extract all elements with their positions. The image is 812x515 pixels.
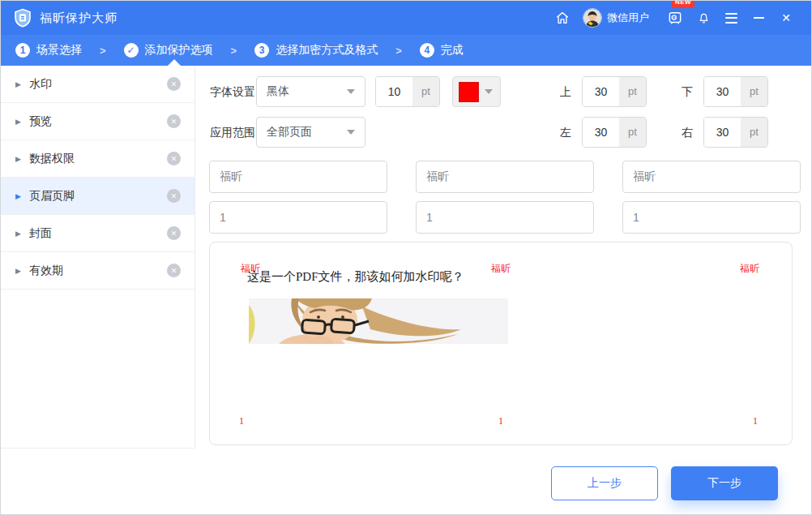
title-bar: 福昕保护大师 微信用户 bbox=[1, 1, 811, 35]
step-1-number: 1 bbox=[15, 43, 30, 58]
remove-icon[interactable]: ✕ bbox=[167, 226, 181, 240]
expand-arrow-icon: ▶ bbox=[15, 230, 21, 238]
font-size-input[interactable]: 10 pt bbox=[375, 76, 440, 107]
margin-left-input[interactable]: 30 pt bbox=[582, 117, 647, 148]
current-step-caret bbox=[168, 59, 181, 66]
header-right-input[interactable] bbox=[622, 161, 801, 193]
step-4-number: 4 bbox=[420, 43, 434, 58]
previous-step-button[interactable]: 上一步 bbox=[551, 466, 658, 500]
step-bar: 1 场景选择 > ✓ 添加保护选项 > 3 选择加密方式及格式 > 4 完成 bbox=[1, 35, 811, 66]
remove-icon[interactable]: ✕ bbox=[167, 264, 181, 277]
margin-top-label: 上 bbox=[560, 76, 571, 107]
sidebar-item-cover[interactable]: ▶ 封面 ✕ bbox=[1, 215, 194, 252]
close-icon: ✕ bbox=[781, 12, 791, 24]
footer-left-input[interactable] bbox=[209, 201, 387, 234]
preview-photo bbox=[249, 298, 508, 344]
chevron-right-icon: > bbox=[231, 45, 237, 57]
margin-right-input[interactable]: 30 pt bbox=[703, 117, 768, 148]
expand-arrow-icon: ▶ bbox=[15, 192, 21, 200]
remove-icon[interactable]: ✕ bbox=[167, 152, 181, 165]
font-settings-label: 字体设置 bbox=[210, 76, 255, 107]
remove-icon[interactable]: ✕ bbox=[167, 114, 181, 128]
header-center-input[interactable] bbox=[416, 161, 594, 193]
chevron-down-icon bbox=[347, 130, 355, 135]
scope-select[interactable]: 全部页面 bbox=[256, 117, 365, 148]
expand-arrow-icon: ▶ bbox=[15, 80, 21, 88]
font-family-select[interactable]: 黑体 bbox=[256, 76, 365, 107]
sidebar-item-preview[interactable]: ▶ 预览 ✕ bbox=[1, 103, 194, 140]
margin-bottom-input[interactable]: 30 pt bbox=[703, 76, 768, 107]
chevron-down-icon bbox=[485, 89, 493, 94]
minimize-button[interactable] bbox=[745, 6, 772, 30]
step-4[interactable]: 4 完成 bbox=[420, 43, 464, 58]
margin-left-label: 左 bbox=[560, 117, 571, 148]
step-3[interactable]: 3 选择加密方式及格式 bbox=[254, 43, 378, 58]
user-name[interactable]: 微信用户 bbox=[607, 11, 649, 25]
home-icon[interactable] bbox=[549, 6, 576, 30]
font-color-picker[interactable] bbox=[452, 76, 501, 107]
preview-body-text: 这是一个PDF文件，那该如何加水印呢？ bbox=[247, 269, 464, 285]
chevron-down-icon bbox=[347, 89, 355, 94]
preview-footer-center: 1 bbox=[210, 415, 792, 427]
chevron-right-icon: > bbox=[100, 45, 106, 57]
sidebar-item-header-footer[interactable]: ▶ 页眉页脚 ✕ bbox=[1, 178, 194, 215]
step-1[interactable]: 1 场景选择 bbox=[15, 43, 82, 58]
expand-arrow-icon: ▶ bbox=[15, 155, 21, 163]
sidebar-item-validity[interactable]: ▶ 有效期 ✕ bbox=[1, 252, 194, 290]
preview-header-right: 福昕 bbox=[740, 262, 759, 276]
safe-box-icon[interactable]: NEW bbox=[660, 6, 690, 30]
next-step-button[interactable]: 下一步 bbox=[671, 466, 778, 500]
chevron-right-icon: > bbox=[395, 45, 402, 57]
app-title: 福昕保护大师 bbox=[40, 11, 118, 26]
margin-right-label: 右 bbox=[682, 117, 693, 148]
margin-top-input[interactable]: 30 pt bbox=[582, 76, 647, 107]
page-preview: 福昕 福昕 福昕 这是一个PDF文件，那该如何加水印呢？ bbox=[209, 242, 793, 445]
expand-arrow-icon: ▶ bbox=[15, 267, 21, 275]
margin-bottom-label: 下 bbox=[682, 76, 693, 107]
footer-right-input[interactable] bbox=[622, 201, 801, 234]
color-swatch bbox=[459, 82, 479, 102]
step-2-current[interactable]: ✓ 添加保护选项 bbox=[124, 43, 213, 58]
remove-icon[interactable]: ✕ bbox=[167, 77, 181, 91]
scope-label: 应用范围 bbox=[210, 117, 255, 148]
new-badge: NEW bbox=[672, 0, 694, 8]
check-icon: ✓ bbox=[124, 43, 139, 58]
app-logo-shield-icon bbox=[12, 7, 33, 28]
footer-center-input[interactable] bbox=[416, 201, 594, 234]
main-panel: 字体设置 黑体 10 pt 上 30 pt 下 30 pt 应用范围 全部页面 bbox=[195, 66, 812, 515]
menu-icon[interactable] bbox=[717, 6, 745, 30]
sidebar: ▶ 水印 ✕ ▶ 预览 ✕ ▶ 数据权限 ✕ ▶ 页眉页脚 ✕ ▶ 封面 ✕ ▶… bbox=[1, 66, 195, 448]
remove-icon[interactable]: ✕ bbox=[167, 189, 181, 203]
step-3-number: 3 bbox=[254, 43, 269, 58]
avatar[interactable] bbox=[583, 8, 602, 28]
app-window: 福昕保护大师 微信用户 bbox=[0, 0, 812, 515]
close-button[interactable]: ✕ bbox=[772, 6, 800, 30]
header-left-input[interactable] bbox=[209, 161, 387, 193]
sidebar-item-data-permission[interactable]: ▶ 数据权限 ✕ bbox=[1, 140, 194, 178]
sidebar-item-watermark[interactable]: ▶ 水印 ✕ bbox=[1, 66, 194, 103]
preview-footer-right: 1 bbox=[753, 415, 758, 427]
bell-icon[interactable] bbox=[690, 6, 717, 30]
expand-arrow-icon: ▶ bbox=[15, 118, 21, 126]
